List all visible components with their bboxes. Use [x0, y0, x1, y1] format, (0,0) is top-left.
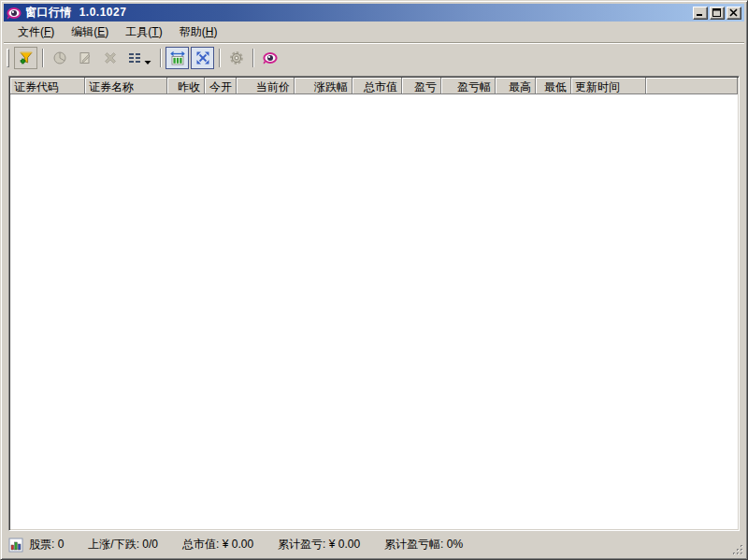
menu-item-help[interactable]: 帮助(H)	[171, 22, 226, 43]
column-header-profit-pct[interactable]: 盈亏幅	[441, 78, 496, 94]
pie-chart-button	[48, 47, 71, 69]
minimize-icon	[696, 8, 705, 17]
toolbar-separator	[252, 49, 253, 67]
expand-button[interactable]	[191, 47, 214, 69]
status-total-profit-pct: 累计盈亏幅: 0%	[384, 537, 463, 553]
pie-chart-icon	[52, 50, 67, 65]
column-header-open[interactable]: 今开	[205, 78, 237, 94]
edit-button	[73, 47, 96, 69]
status-up-down: 上涨/下跌: 0/0	[88, 537, 158, 553]
menu-item-file[interactable]: 文件(F)	[9, 22, 63, 43]
delete-icon	[103, 50, 118, 65]
column-header-name[interactable]: 证券名称	[85, 78, 167, 94]
title-bar[interactable]: 窗口行情 1.0.1027	[4, 4, 744, 22]
list-view-icon	[127, 50, 142, 65]
status-total-profit: 累计盈亏: ¥ 0.00	[278, 537, 360, 553]
add-filter-button[interactable]	[14, 47, 37, 69]
dropdown-arrow-icon	[144, 55, 151, 61]
watch-button[interactable]	[258, 47, 281, 69]
delete-button	[98, 47, 122, 69]
toolbar-gripper[interactable]	[7, 49, 9, 67]
column-header-prev-close[interactable]: 昨收	[167, 78, 205, 94]
column-header-market-value[interactable]: 总市值	[352, 78, 402, 94]
toolbar-separator	[42, 49, 43, 67]
maximize-icon	[712, 8, 722, 17]
resize-grip-icon[interactable]	[732, 544, 744, 556]
column-header-change-pct[interactable]: 涨跌幅	[295, 78, 352, 94]
column-header-update-time[interactable]: 更新时间	[571, 78, 646, 94]
app-window: 窗口行情 1.0.1027 文件(F)编辑(E)工具(T)帮助(H)	[0, 0, 748, 560]
bar-chart-icon	[8, 538, 23, 553]
fit-columns-icon	[170, 50, 185, 65]
table-body[interactable]	[10, 94, 738, 529]
app-eye-icon	[7, 6, 22, 21]
list-view-button[interactable]	[123, 47, 155, 69]
column-header-current-price[interactable]: 当前价	[237, 78, 295, 94]
column-header-code[interactable]: 证券代码	[10, 78, 85, 94]
close-icon	[729, 8, 739, 17]
menu-bar: 文件(F)编辑(E)工具(T)帮助(H)	[4, 22, 744, 43]
window-controls	[691, 7, 741, 20]
column-header-high[interactable]: 最高	[496, 78, 536, 94]
status-items: 股票: 0上涨/下跌: 0/0总市值: ¥ 0.00累计盈亏: ¥ 0.00累计…	[29, 537, 487, 553]
menu-item-tools[interactable]: 工具(T)	[117, 22, 170, 43]
add-filter-icon	[19, 50, 34, 65]
settings-icon	[229, 50, 244, 65]
column-header-filler	[646, 78, 738, 94]
toolbar-separator	[160, 49, 161, 67]
maximize-button[interactable]	[710, 7, 725, 20]
settings-button[interactable]	[224, 47, 248, 69]
column-header-low[interactable]: 最低	[536, 78, 571, 94]
status-bar: 股票: 0上涨/下跌: 0/0总市值: ¥ 0.00累计盈亏: ¥ 0.00累计…	[4, 533, 744, 556]
toolbar-separator	[219, 49, 220, 67]
status-stock-count: 股票: 0	[29, 537, 64, 553]
close-button[interactable]	[726, 7, 741, 20]
column-header-profit[interactable]: 盈亏	[402, 78, 441, 94]
menu-item-edit[interactable]: 编辑(E)	[63, 22, 117, 43]
status-market-value: 总市值: ¥ 0.00	[182, 537, 253, 553]
minimize-button[interactable]	[693, 7, 708, 20]
edit-icon	[78, 50, 93, 65]
quote-list-view: 证券代码证券名称昨收今开当前价涨跌幅总市值盈亏盈亏幅最高最低更新时间	[8, 76, 740, 531]
expand-icon	[195, 50, 210, 65]
eye-icon	[263, 50, 278, 65]
table-header-row: 证券代码证券名称昨收今开当前价涨跌幅总市值盈亏盈亏幅最高最低更新时间	[10, 78, 738, 94]
fit-columns-button[interactable]	[165, 47, 189, 69]
toolbar	[4, 43, 744, 73]
window-title: 窗口行情 1.0.1027	[25, 5, 691, 21]
